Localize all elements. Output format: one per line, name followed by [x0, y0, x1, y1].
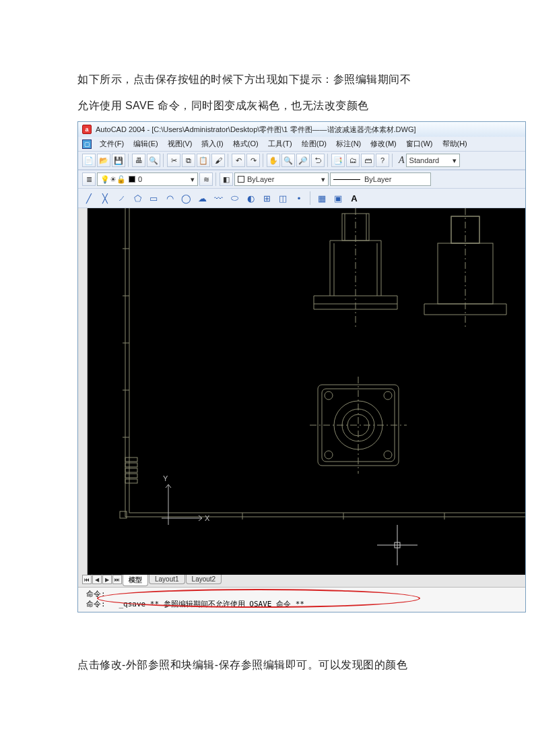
menu-draw[interactable]: 绘图(D)	[298, 138, 331, 150]
color-button[interactable]: ◧	[220, 172, 233, 186]
menu-modify[interactable]: 修改(M)	[366, 138, 401, 150]
block-icon[interactable]: ◫	[276, 191, 290, 205]
menu-edit[interactable]: 编辑(E)	[129, 138, 162, 150]
menu-tools[interactable]: 工具(T)	[264, 138, 296, 150]
menu-file[interactable]: 文件(F)	[96, 138, 128, 150]
toolbar-separator	[128, 154, 129, 167]
app-icon: a	[82, 125, 92, 134]
left-scrollbar[interactable]	[78, 208, 88, 575]
color-swatch	[238, 176, 244, 183]
menu-help[interactable]: 帮助(H)	[438, 138, 471, 150]
layer-name: 0	[138, 175, 142, 183]
tab-model[interactable]: 模型	[123, 575, 148, 586]
drawing-canvas: X Y	[88, 208, 525, 575]
toolbar-separator	[392, 154, 393, 167]
help-button[interactable]: ?	[376, 154, 389, 167]
paragraph-2: 允许使用 SAVE 命令，同时图变成灰褐色，也无法改变颜色	[77, 94, 457, 117]
tab-last-button[interactable]: ⏭	[112, 575, 122, 584]
svg-rect-57	[125, 458, 137, 462]
chevron-down-icon: ▾	[191, 175, 195, 184]
color-value: ByLayer	[247, 175, 274, 183]
zoom-win-button[interactable]: 🔎	[296, 154, 310, 167]
svg-point-50	[325, 451, 333, 459]
linetype-preview	[333, 179, 360, 180]
tab-first-button[interactable]: ⏮	[82, 575, 92, 584]
tab-layout1[interactable]: Layout1	[149, 575, 185, 584]
bulb-icon: 💡	[100, 175, 110, 184]
color-combo[interactable]: ByLayer ▾	[234, 172, 329, 186]
revcloud-icon[interactable]: ☁	[195, 191, 209, 205]
linetype-combo[interactable]: ByLayer	[330, 172, 431, 186]
match-button[interactable]: 🖌	[211, 154, 225, 167]
circle-icon[interactable]: ◯	[179, 191, 193, 205]
lock-icon: 🔓	[116, 175, 126, 184]
sun-icon: ☀	[110, 175, 116, 184]
color-swatch	[129, 176, 135, 183]
autocad-window: a AutoCAD 2004 - [C:\Users\Administrator…	[77, 121, 526, 612]
toolbar-separator	[163, 154, 164, 167]
menu-format[interactable]: 格式(O)	[229, 138, 263, 150]
toolbar-separator	[215, 172, 217, 186]
insert-icon[interactable]: ⊞	[260, 191, 273, 205]
hatch-icon[interactable]: ▦	[315, 191, 329, 205]
textstyle-a-icon: A	[399, 155, 405, 166]
layer-combo[interactable]: 💡 ☀ 🔓 0 ▾	[97, 172, 198, 186]
tab-prev-button[interactable]: ◀	[92, 575, 102, 584]
tab-layout2[interactable]: Layout2	[186, 575, 222, 584]
svg-point-51	[384, 451, 392, 459]
textstyle-combo[interactable]: Standard ▾	[406, 154, 460, 167]
model-space-wrap: X Y	[78, 208, 525, 575]
cmd-label-1: 命令:	[86, 590, 106, 598]
zoom-prev-button[interactable]: ⮌	[311, 154, 325, 167]
copy-button[interactable]: ⧉	[182, 154, 195, 167]
menu-dim[interactable]: 标注(N)	[332, 138, 365, 150]
designcenter-button[interactable]: 🗂	[346, 154, 360, 167]
print-button[interactable]: 🖶	[132, 154, 145, 167]
preview-button[interactable]: 🔍	[147, 154, 160, 167]
paragraph-1: 如下所示，点击保存按钮的时候下方出现如下提示：参照编辑期间不	[77, 67, 457, 91]
ellipse-icon[interactable]: ⬭	[228, 191, 241, 205]
textstyle-value: Standard	[409, 156, 440, 164]
redo-button[interactable]: ↷	[246, 154, 260, 167]
rectangle-icon[interactable]: ▭	[147, 191, 160, 205]
properties-button[interactable]: 📑	[331, 154, 345, 167]
region-icon[interactable]: ▣	[331, 191, 345, 205]
new-button[interactable]: 📄	[82, 154, 96, 167]
tab-next-button[interactable]: ▶	[102, 575, 112, 584]
menu-window[interactable]: 窗口(W)	[402, 138, 437, 150]
polygon-icon[interactable]: ⬠	[131, 191, 144, 205]
chevron-down-icon: ▾	[321, 175, 325, 184]
draw-toolbar: ╱ ╳ ⟋ ⬠ ▭ ◠ ◯ ☁ 〰 ⬭ ◐ ⊞ ◫ • ▦ ▣ A	[78, 189, 525, 208]
linetype-value: ByLayer	[364, 175, 391, 183]
standard-toolbar: 📄 📂 💾 🖶 🔍 ✂ ⧉ 📋 🖌 ↶ ↷ ✋ 🔍 🔎 ⮌ 📑 🗂 🗃 ?	[78, 151, 525, 170]
xline-icon[interactable]: ╳	[98, 191, 112, 205]
command-window[interactable]: 命令: 命令: _qsave ** 参照编辑期间不允许使用 QSAVE 命令 *…	[78, 587, 525, 612]
cmd-label-2: 命令:	[86, 600, 106, 608]
paste-button[interactable]: 📋	[197, 154, 210, 167]
text-icon[interactable]: A	[347, 191, 361, 205]
pline-icon[interactable]: ⟋	[114, 191, 128, 205]
toolpalette-button[interactable]: 🗃	[361, 154, 374, 167]
spline-icon[interactable]: 〰	[211, 191, 225, 205]
layer-toolbar: ≣ 💡 ☀ 🔓 0 ▾ ≋ ◧ ByLayer ▾ ByLayer	[78, 170, 525, 189]
open-button[interactable]: 📂	[97, 154, 110, 167]
pan-button[interactable]: ✋	[267, 154, 280, 167]
arc-icon[interactable]: ◠	[163, 191, 176, 205]
layer-manager-button[interactable]: ≣	[82, 172, 96, 186]
point-icon[interactable]: •	[292, 191, 306, 205]
menu-view[interactable]: 视图(V)	[164, 138, 197, 150]
layerstates-button[interactable]: ≋	[199, 172, 213, 186]
toolbar-separator	[327, 154, 329, 167]
zoom-rt-button[interactable]: 🔍	[281, 154, 295, 167]
svg-rect-61	[125, 479, 137, 483]
menu-insert[interactable]: 插入(I)	[197, 138, 227, 150]
undo-button[interactable]: ↶	[232, 154, 245, 167]
line-icon[interactable]: ╱	[82, 191, 96, 205]
cmd-output: _qsave ** 参照编辑期间不允许使用 QSAVE 命令 **	[119, 600, 304, 608]
menu-bar: ▢ 文件(F) 编辑(E) 视图(V) 插入(I) 格式(O) 工具(T) 绘图…	[78, 137, 525, 151]
layout-tabs: ⏮ ◀ ▶ ⏭ 模型 Layout1 Layout2	[78, 575, 525, 587]
save-button[interactable]: 💾	[112, 154, 125, 167]
cut-button[interactable]: ✂	[167, 154, 180, 167]
model-space[interactable]: X Y	[88, 208, 525, 575]
ellipsearc-icon[interactable]: ◐	[244, 191, 257, 205]
